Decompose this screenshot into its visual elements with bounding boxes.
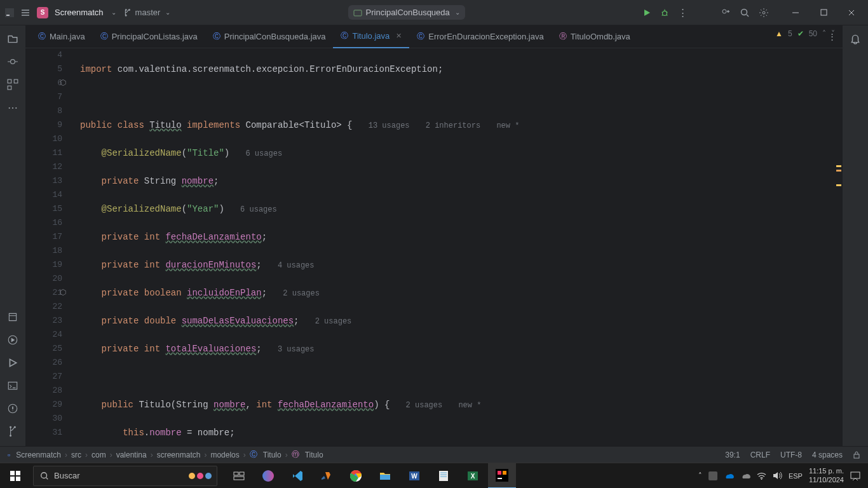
override-gutter-icon[interactable]: ⬡ — [60, 286, 66, 300]
editor-scrollbar[interactable] — [835, 71, 843, 446]
inspection-widget[interactable]: ▲5 ✔50 ˄ ˅ — [775, 29, 835, 38]
weather-icon[interactable] — [740, 472, 750, 480]
close-tab-icon[interactable]: ✕ — [396, 32, 402, 40]
build-tool-icon[interactable] — [7, 311, 18, 323]
start-button[interactable] — [0, 463, 31, 489]
chevron-down-icon[interactable]: ⌄ — [111, 9, 116, 16]
breadcrumb-item[interactable]: screenmatch — [157, 451, 201, 459]
tab-principalconlistas[interactable]: ⒸPrincipalConListas.java — [93, 25, 205, 48]
tray-expand-icon[interactable]: ˄ — [698, 471, 702, 480]
onedrive-icon[interactable] — [724, 472, 734, 480]
notepad-app-icon[interactable] — [430, 463, 458, 489]
svg-rect-21 — [10, 477, 15, 481]
main-menu-icon[interactable] — [20, 8, 31, 18]
vcs-tool-icon[interactable] — [7, 426, 18, 437]
breadcrumb-item[interactable]: src — [71, 451, 81, 459]
java-class-icon: Ⓒ — [213, 31, 220, 42]
tray-app-icon[interactable] — [709, 471, 717, 480]
cursor-position[interactable]: 39:1 — [725, 451, 740, 459]
keyboard-lang[interactable]: ESP — [789, 472, 803, 480]
more-actions-icon[interactable]: ⋮ — [678, 7, 688, 18]
indent-status[interactable]: 4 spaces — [812, 451, 843, 459]
svg-rect-11 — [8, 86, 11, 90]
excel-app-icon[interactable]: X — [459, 463, 487, 489]
readonly-lock-icon[interactable] — [853, 451, 860, 459]
word-app-icon[interactable]: W — [400, 463, 428, 489]
breadcrumbs[interactable]: ▫ Screenmatch› src› com› valentina› scre… — [8, 449, 323, 460]
debug-button-icon[interactable] — [660, 8, 669, 17]
branch-name: master — [135, 8, 161, 17]
warning-count: 5 — [788, 29, 792, 38]
breadcrumb-item[interactable]: valentina — [116, 451, 147, 459]
run-config-selector[interactable]: PrincipalConBusqueda ⌄ — [348, 5, 465, 20]
next-highlight-icon[interactable]: ˅ — [831, 29, 835, 38]
structure-tool-icon[interactable] — [7, 79, 18, 90]
vcs-branch-selector[interactable]: master ⌄ — [123, 8, 171, 17]
svg-point-38 — [761, 478, 762, 480]
class-icon: Ⓒ — [250, 449, 257, 460]
tab-label: PrincipalConBusqueda.java — [224, 32, 326, 41]
run-config-name: PrincipalConBusqueda — [366, 8, 450, 17]
wifi-icon[interactable] — [757, 472, 766, 480]
volume-icon[interactable] — [773, 471, 782, 480]
minimize-button[interactable] — [784, 4, 807, 22]
commit-tool-icon[interactable] — [7, 56, 18, 67]
settings-icon[interactable] — [759, 8, 769, 18]
editor-body[interactable]: 4567891011121314151617181920212223242526… — [25, 48, 843, 446]
svg-rect-2 — [354, 10, 362, 16]
maximize-button[interactable] — [812, 4, 835, 22]
tab-main-java[interactable]: ⒸMain.java — [31, 25, 93, 48]
tab-titulo[interactable]: ⒸTitulo.java✕ — [333, 25, 409, 48]
tab-principalconbusqueda[interactable]: ⒸPrincipalConBusqueda.java — [205, 25, 334, 48]
tab-errorenduracion[interactable]: ⒸErrorEnDuracionException.java — [409, 25, 551, 48]
breadcrumb-item[interactable]: Titulo — [305, 451, 323, 459]
gutter[interactable]: 4567891011121314151617181920212223242526… — [25, 48, 74, 446]
taskbar-search[interactable]: Buscar — [33, 466, 217, 486]
search-everywhere-icon[interactable] — [740, 8, 750, 18]
notifications-tray-icon[interactable] — [850, 471, 860, 480]
tab-tituloomdb[interactable]: ⓇTituloOmdb.java — [552, 25, 638, 48]
svg-point-15 — [10, 426, 11, 428]
run-tool-icon[interactable] — [7, 357, 18, 369]
code-content[interactable]: import com.valentina.screenmatch.excepci… — [74, 48, 843, 446]
breadcrumb-item[interactable]: com — [92, 451, 106, 459]
system-tray: ˄ ESP 11:15 p. m. 11/10/2024 — [698, 467, 868, 484]
windows-taskbar: Buscar W X ˄ ESP 11:15 p. m. 11/10/2024 — [0, 463, 868, 488]
matlab-app-icon[interactable] — [313, 463, 341, 489]
chrome-app-icon[interactable] — [342, 463, 370, 489]
window-controls — [784, 4, 863, 22]
implements-gutter-icon[interactable]: ⬡ — [60, 76, 66, 90]
project-name[interactable]: Screenmatch — [55, 8, 104, 17]
svg-rect-9 — [8, 79, 11, 83]
project-tool-icon[interactable] — [7, 33, 18, 44]
copilot-app-icon[interactable] — [254, 463, 282, 489]
time: 11:15 p. m. — [809, 467, 844, 475]
breadcrumb-item[interactable]: modelos — [210, 451, 239, 459]
problems-tool-icon[interactable] — [7, 403, 18, 414]
tab-label: TituloOmdb.java — [571, 32, 630, 41]
svg-point-16 — [10, 435, 11, 437]
status-bar: ▫ Screenmatch› src› com› valentina› scre… — [0, 446, 868, 463]
vscode-app-icon[interactable] — [283, 463, 311, 489]
close-button[interactable] — [840, 4, 863, 22]
intellij-logo-icon[interactable] — [5, 8, 14, 17]
file-encoding[interactable]: UTF-8 — [780, 451, 802, 459]
task-view-icon[interactable] — [225, 463, 253, 489]
notifications-icon[interactable] — [850, 33, 861, 44]
prev-highlight-icon[interactable]: ˄ — [822, 29, 826, 38]
code-with-me-icon[interactable] — [721, 8, 731, 18]
search-placeholder: Buscar — [54, 471, 79, 480]
breadcrumb-item[interactable]: Screenmatch — [16, 451, 61, 459]
breadcrumb-item[interactable]: Titulo — [263, 451, 281, 459]
clock[interactable]: 11:15 p. m. 11/10/2024 — [809, 467, 844, 484]
line-separator[interactable]: CRLF — [750, 451, 770, 459]
terminal-tool-icon[interactable] — [7, 380, 18, 391]
services-tool-icon[interactable] — [7, 334, 18, 346]
left-tool-rail: ⋯ — [0, 25, 25, 446]
intellij-app-icon[interactable] — [488, 463, 516, 489]
more-tools-icon[interactable]: ⋯ — [8, 102, 18, 114]
status-right: 39:1 CRLF UTF-8 4 spaces — [725, 451, 860, 459]
taskbar-apps: W X — [225, 463, 516, 489]
run-button-icon[interactable] — [642, 8, 651, 17]
explorer-app-icon[interactable] — [371, 463, 399, 489]
